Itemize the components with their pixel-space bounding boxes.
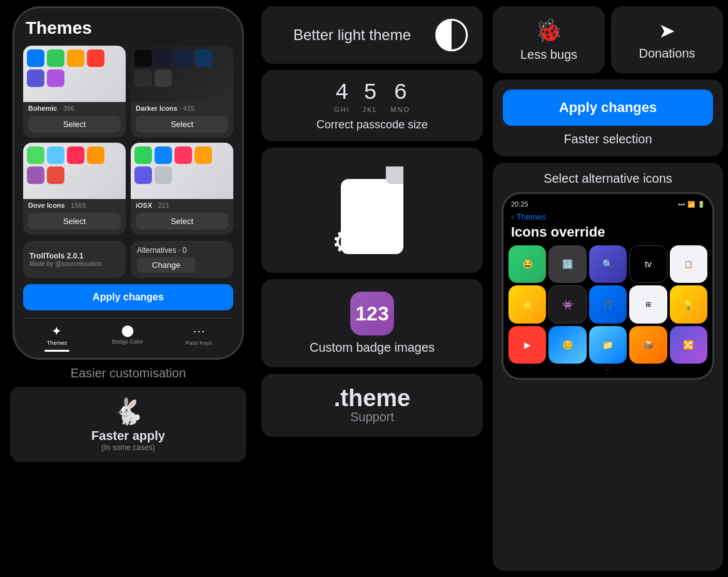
alternatives-label: Alternatives · 0 — [137, 246, 186, 255]
less-bugs-label: Less bugs — [520, 48, 577, 62]
theme-preview-bohemic — [23, 46, 126, 102]
mini-icon-grid: 😂 🔢 🔍 tv 📋 ⭐ 👾 🎵 ⊞ 💡 ▶ 😊 📁 📦 🔀 — [508, 245, 707, 364]
app-icon — [47, 166, 64, 184]
mini-back-label: Themes — [517, 212, 546, 222]
light-theme-label: Better light theme — [276, 26, 428, 44]
badge-label: Custom badge images — [310, 340, 435, 355]
right-panel: 🐞 Less bugs ➤ Donations Apply changes Fa… — [488, 0, 728, 577]
select-bohemic-button[interactable]: Select — [28, 116, 121, 133]
theme-card-darker: Darker Icons · 415 Select — [131, 46, 233, 138]
app-icon — [27, 69, 44, 87]
tab-badge-color[interactable]: ⬤ Badge Color — [112, 324, 143, 352]
bottom-tabs: ✦ Themes ⬤ Badge Color ⋯ Pass Keys — [23, 318, 233, 352]
phone-mini-frame: 20:25 ▪▪▪ 📶 🔋 ‹ Themes Icons override 😂 … — [502, 192, 714, 380]
app-icon-calc[interactable]: 🔢 — [549, 245, 586, 283]
app-icon — [154, 69, 172, 87]
pass-keys-tab-icon: ⋯ — [193, 324, 205, 339]
passcode-card: 4 GHI 5 JKL 6 MNO Correct passcode size — [261, 70, 483, 141]
tab-pass-keys[interactable]: ⋯ Pass Keys — [186, 324, 213, 352]
theme-card-bohemic: Bohemic · 396 Select — [23, 46, 126, 138]
app-icon — [195, 146, 212, 164]
themes-tab-label: Themes — [47, 340, 68, 346]
app-icon — [134, 69, 152, 87]
theme-name: Darker Icons · 415 — [136, 105, 228, 112]
app-icon-bulb[interactable]: 💡 — [670, 285, 707, 323]
mini-page-title: Icons override — [508, 224, 707, 240]
app-icon-scrobble[interactable]: 🔍 — [589, 245, 627, 283]
app-icon — [27, 166, 44, 184]
app-icon — [47, 146, 64, 164]
theme-support-label: Support — [350, 410, 394, 424]
app-icon — [154, 166, 172, 184]
change-button[interactable]: Change — [137, 257, 196, 273]
app-icon — [47, 49, 64, 67]
faster-apply-title: Faster apply — [20, 429, 236, 443]
passcode-digit-6: 6 MNO — [390, 80, 410, 113]
passcode-label: Correct passcode size — [316, 118, 428, 131]
badge-number-icon: 123 — [350, 292, 394, 335]
light-theme-text: Better light theme — [276, 26, 428, 44]
app-icon — [87, 49, 104, 67]
theme-name: iOSX · 221 — [136, 202, 228, 209]
app-icon-shazam[interactable]: 🎵 — [589, 285, 627, 323]
light-theme-card: Better light theme — [261, 6, 483, 64]
app-icon-files[interactable]: 📁 — [589, 326, 627, 364]
app-icon-tv[interactable]: tv — [629, 245, 667, 283]
passcode-digits: 4 GHI 5 JKL 6 MNO — [334, 80, 410, 113]
badge-color-tab-label: Badge Color — [112, 339, 143, 345]
half-circle-icon — [435, 19, 468, 51]
donations-button[interactable]: ➤ Donations — [611, 6, 723, 73]
settings-doc-icon: ⚙ — [335, 166, 410, 254]
app-icon — [67, 49, 84, 67]
gear-overlay-icon: ⚙ — [331, 224, 360, 260]
apply-changes-phone-button[interactable]: Apply changes — [23, 284, 233, 310]
select-iosx-button[interactable]: Select — [136, 213, 228, 230]
tab-themes[interactable]: ✦ Themes — [44, 324, 69, 352]
apply-changes-button[interactable]: Apply changes — [503, 89, 713, 126]
theme-info: iOSX · 221 — [131, 199, 233, 213]
alternatives-row: Alternatives · 0 Change — [131, 241, 233, 278]
apply-changes-card: Apply changes Faster selection — [493, 79, 723, 156]
theme-info: Bohemic · 396 — [23, 102, 126, 116]
back-chevron-icon: ‹ — [511, 212, 514, 222]
theme-preview-dove — [23, 143, 126, 199]
app-icon — [195, 49, 212, 67]
theme-card-iosx: iOSX · 221 Select — [131, 143, 233, 235]
faster-apply-card: 🐇 Faster apply (In some cases) — [10, 387, 246, 462]
app-icon — [174, 146, 192, 164]
theme-name: Dove Icons · 1569 — [28, 202, 121, 209]
select-dove-button[interactable]: Select — [28, 213, 121, 230]
troll-row: TrollTools 2.0.1 Made by @sourcelocation… — [23, 241, 233, 278]
settings-doc-card: ⚙ — [261, 148, 483, 273]
app-icon-star[interactable]: ⭐ — [508, 285, 546, 323]
app-icon-arrows[interactable]: 🔀 — [670, 326, 707, 364]
left-panel: Themes Bohemic · 396 Se — [0, 0, 256, 577]
signal-icon: ▪▪▪ — [678, 201, 685, 208]
faster-selection-text: Faster selection — [564, 132, 652, 146]
theme-support-card: .theme Support — [261, 374, 483, 437]
tab-active-indicator — [44, 350, 69, 352]
app-icon-blob[interactable]: 👾 — [549, 285, 586, 323]
easier-customisation-caption: Easier customisation — [71, 366, 186, 380]
less-bugs-button[interactable]: 🐞 Less bugs — [493, 6, 605, 73]
more-icons-hint: ··· — [508, 366, 707, 373]
app-icon — [134, 146, 152, 164]
theme-dot-text: .theme — [334, 386, 410, 410]
app-icon-finder[interactable]: 😊 — [549, 326, 586, 364]
themes-title: Themes — [23, 18, 233, 38]
app-icon-troll[interactable]: 😂 — [508, 245, 546, 283]
mini-status-icons: ▪▪▪ 📶 🔋 — [678, 200, 705, 208]
app-icon-grid[interactable]: ⊞ — [629, 285, 667, 323]
badge-color-tab-icon: ⬤ — [121, 324, 134, 337]
app-icon-white[interactable]: 📋 — [670, 245, 707, 283]
mini-status-bar: 20:25 ▪▪▪ 📶 🔋 — [508, 200, 707, 208]
app-icon — [134, 49, 152, 67]
app-icon-box[interactable]: 📦 — [629, 326, 667, 364]
app-icon-youtube[interactable]: ▶ — [508, 326, 546, 364]
alt-icons-card: Select alternative icons 20:25 ▪▪▪ 📶 🔋 ‹… — [493, 163, 723, 571]
troll-info: TrollTools 2.0.1 Made by @sourcelocation… — [23, 241, 126, 278]
mini-time: 20:25 — [511, 200, 528, 208]
theme-card-dove: Dove Icons · 1569 Select — [23, 143, 126, 235]
select-darker-button[interactable]: Select — [136, 116, 228, 133]
battery-icon: 🔋 — [697, 201, 705, 208]
